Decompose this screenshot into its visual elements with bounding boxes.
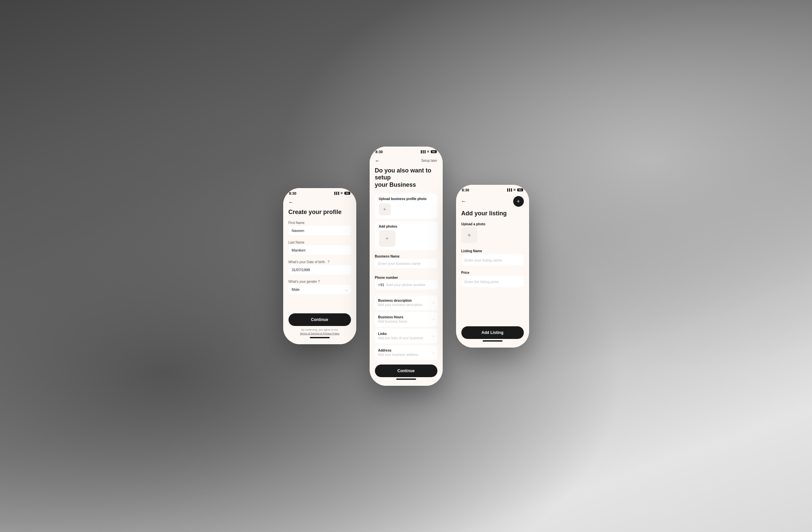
dob-input[interactable] [289, 265, 351, 275]
phone-number-group: Phone number +91 Add your phone number [375, 274, 437, 293]
plus-icon-listing: + [467, 232, 471, 239]
last-name-input[interactable] [289, 246, 351, 255]
time-2: 8:30 [376, 150, 383, 154]
back-button-3[interactable]: ← [461, 198, 467, 204]
home-indicator-3 [483, 340, 503, 342]
phone-number-label: Phone number [375, 276, 398, 279]
business-hours-placeholder: Add business hours [378, 320, 407, 323]
plus-icon-photos: + [386, 236, 389, 241]
upload-listing-photo-box[interactable]: + [461, 227, 477, 243]
first-name-label: First Name [289, 221, 351, 225]
business-hours-item[interactable]: Business Hours Add business hours › [375, 312, 437, 327]
status-icons-3: ▐▐▐ ⌘ 5G [506, 188, 523, 191]
wifi-icon-3: ⌘ [513, 188, 516, 191]
status-bar-2: 8:30 ▐▐▐ ⌘ 5G [369, 147, 443, 155]
listing-name-input[interactable] [465, 258, 521, 262]
gender-label: What's your gender ? [289, 280, 351, 283]
phone-input-row[interactable]: +91 Add your phone number [375, 280, 437, 290]
phone-3-screen: 8:30 ▐▐▐ ⌘ 5G ← + Add your listing Up [456, 185, 529, 348]
business-hours-title: Business Hours [378, 315, 407, 319]
terms-line1: By continuing, you agree to our [301, 328, 338, 331]
business-hours-content: Business Hours Add business hours [378, 315, 407, 323]
upload-listing-label: Upload a photo [461, 222, 524, 226]
business-name-input[interactable] [375, 259, 437, 268]
phone-1-content: ← Create your profile First Name Last Na… [283, 197, 356, 344]
terms-link[interactable]: Terms of Service & Privacy Policy [300, 332, 339, 335]
back-button-1[interactable]: ← [289, 200, 351, 205]
business-description-item[interactable]: Business description Add your business d… [375, 295, 437, 310]
first-name-group: First Name [289, 221, 351, 239]
header-row-2: ← Setup later [375, 158, 437, 164]
phone-2-screen: 8:30 ▐▐▐ ⌘ 5G ← Setup later Do you also … [369, 147, 443, 386]
screen-title-2: Do you also want to setup your Business [375, 167, 437, 189]
price-label: Price [461, 271, 524, 275]
wifi-icon: ⌘ [340, 192, 343, 195]
back-button-2[interactable]: ← [375, 158, 380, 164]
phone-1: 8:30 ▐▐▐ ⌘ 5G ← Create your profile Firs… [283, 188, 356, 344]
add-photos-label: Add photos [379, 225, 433, 228]
address-chevron-icon: › [433, 351, 434, 355]
status-bar-1: 8:30 ▐▐▐ ⌘ 5G [283, 188, 356, 197]
phone-2: 8:30 ▐▐▐ ⌘ 5G ← Setup later Do you also … [369, 147, 443, 386]
price-input[interactable] [465, 280, 521, 284]
continue-button-2[interactable]: Continue [375, 365, 437, 377]
links-item[interactable]: Links Add any links of your business › [375, 329, 437, 343]
phone-3-content: ← + Add your listing Upload a photo + Li… [456, 193, 529, 348]
price-group: Price [461, 271, 524, 290]
hours-chevron-icon: › [433, 318, 434, 321]
add-photos-section: Add photos + [375, 221, 437, 250]
signal-icon: ▐▐▐ [333, 192, 339, 195]
address-placeholder: Add your business address [378, 353, 419, 357]
continue-button-1[interactable]: Continue [289, 313, 351, 326]
description-chevron-icon: › [433, 301, 434, 305]
phone-2-content: ← Setup later Do you also want to setup … [369, 155, 443, 386]
signal-icon-2: ▐▐▐ [420, 150, 425, 153]
battery-badge: 5G [344, 192, 350, 195]
wifi-icon-2: ⌘ [427, 150, 430, 153]
listing-name-group: Listing Name [461, 249, 524, 268]
links-chevron-icon: › [433, 334, 434, 338]
chevron-down-icon: ⌄ [345, 288, 348, 292]
screen-title-1: Create your profile [289, 209, 351, 216]
country-code: +91 [378, 283, 385, 287]
phone-input-placeholder: Add your phone number [386, 283, 425, 287]
first-name-input[interactable] [289, 226, 351, 235]
upload-photo-section: Upload business profile photo + [375, 194, 437, 219]
upload-photo-label: Upload business profile photo [379, 197, 433, 201]
home-indicator-2 [396, 379, 416, 380]
price-wrapper [461, 276, 524, 287]
business-name-group: Business Name [375, 253, 437, 271]
add-listing-button[interactable]: Add Listing [461, 326, 524, 339]
upload-listing-photo-group: Upload a photo + [461, 222, 524, 247]
signal-icon-3: ▐▐▐ [506, 188, 512, 191]
upload-photo-box[interactable]: + [379, 203, 391, 215]
listing-name-wrapper [461, 254, 524, 266]
setup-later-link[interactable]: Setup later [421, 159, 437, 162]
add-circle-button[interactable]: + [513, 196, 524, 207]
links-content: Links Add any links of your business [378, 332, 423, 340]
listing-name-label: Listing Name [461, 249, 524, 253]
phone-3: 8:30 ▐▐▐ ⌘ 5G ← + Add your listing Up [456, 185, 529, 348]
gender-select[interactable]: Male ⌄ [289, 285, 351, 294]
business-description-title: Business description [378, 299, 422, 302]
battery-badge-3: 5G [517, 188, 523, 191]
address-item[interactable]: Address Add your business address › [375, 345, 437, 360]
plus-icon-upload: + [383, 207, 386, 212]
status-icons-2: ▐▐▐ ⌘ 5G [420, 150, 436, 153]
header-row-3: ← + [461, 196, 524, 207]
time-1: 8:30 [289, 191, 296, 195]
dob-label: What's your Date of birth . ? [289, 260, 351, 264]
add-photos-box[interactable]: + [379, 230, 395, 247]
screen-title-3: Add your listing [461, 210, 524, 217]
time-3: 8:30 [462, 188, 469, 192]
business-description-content: Business description Add your business d… [378, 299, 422, 307]
battery-badge-2: 5G [431, 150, 436, 153]
last-name-group: Last Name [289, 240, 351, 258]
dob-group: What's your Date of birth . ? [289, 260, 351, 278]
last-name-label: Last Name [289, 240, 351, 244]
home-indicator-1 [310, 337, 330, 338]
status-bar-3: 8:30 ▐▐▐ ⌘ 5G [456, 185, 529, 193]
links-placeholder: Add any links of your business [378, 336, 423, 340]
gender-group: What's your gender ? Male ⌄ [289, 280, 351, 297]
address-content: Address Add your business address [378, 349, 419, 357]
